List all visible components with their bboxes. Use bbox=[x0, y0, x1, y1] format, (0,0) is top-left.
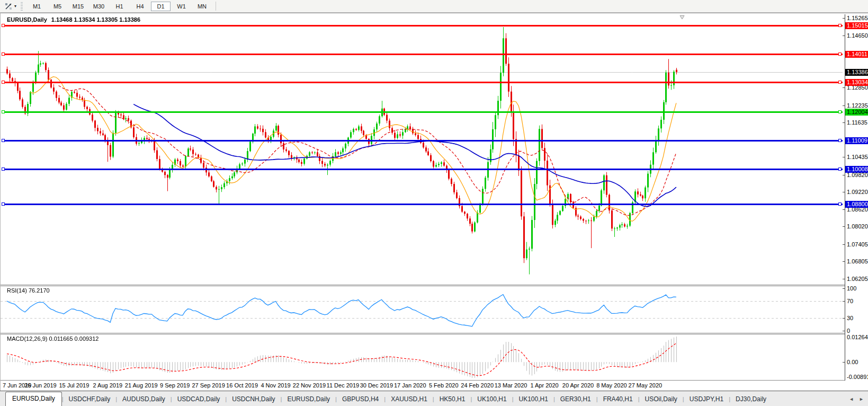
chart-symbol-period: EURUSD,Daily bbox=[7, 16, 47, 23]
price-line-badge: 1.10008 bbox=[845, 166, 868, 173]
rsi-axis-tick: 70 bbox=[847, 298, 853, 305]
chart-tab-usdchf-daily-1[interactable]: USDCHF,Daily bbox=[64, 393, 116, 405]
timeframe-button-mn[interactable]: MN bbox=[192, 2, 212, 11]
time-axis-label: 21 Aug 2019 bbox=[125, 382, 158, 389]
rsi-indicator-label: RSI(14) 76.2170 bbox=[7, 287, 50, 294]
time-axis-label: 2 Aug 2019 bbox=[93, 382, 122, 389]
time-axis-label: 4 Nov 2019 bbox=[261, 382, 290, 389]
time-axis-label: 30 Dec 2019 bbox=[360, 382, 393, 389]
time-axis-label: 27 Sep 2019 bbox=[192, 382, 225, 389]
price-axis-tick: 1.14650 bbox=[847, 32, 868, 39]
time-axis-label: 17 Jan 2020 bbox=[394, 382, 426, 389]
timeframe-buttons: M1M5M15M30H1H4D1W1MN bbox=[26, 0, 212, 13]
time-axis-label: 1 Apr 2020 bbox=[530, 382, 558, 389]
timeframe-button-m15[interactable]: M15 bbox=[68, 2, 88, 11]
time-axis-label: 9 Sep 2019 bbox=[160, 382, 190, 389]
price-axis-tick: 1.08020 bbox=[847, 223, 868, 230]
chart-tab-usdcnh-daily-4[interactable]: USDCNH,Daily bbox=[227, 393, 280, 405]
time-axis-label: 5 Feb 2020 bbox=[429, 382, 459, 389]
time-axis-label: 11 Dec 2019 bbox=[327, 382, 360, 389]
price-axis-tick: 1.15265 bbox=[847, 15, 868, 22]
price-axis-tick: 1.07405 bbox=[847, 241, 868, 248]
tabs-scroll-left-icon[interactable]: ◄ bbox=[849, 396, 854, 402]
price-line-badge: 1.13034 bbox=[845, 79, 868, 86]
tab-scroll-controls: ◄ ► bbox=[849, 391, 864, 406]
price-line-badge: 1.11009 bbox=[845, 137, 868, 144]
price-line-badge: 1.15015 bbox=[845, 22, 868, 29]
price-axis-tick: 1.06205 bbox=[847, 276, 868, 283]
time-axis-label: 16 Oct 2019 bbox=[226, 382, 258, 389]
macd-axis-tick-max: 0.012645 bbox=[847, 334, 868, 341]
draw-tool-button[interactable]: ▾ bbox=[2, 2, 19, 11]
chart-tab-fra40-h1-12[interactable]: FRA40,H1 bbox=[598, 393, 638, 405]
chart-tab-hk50-h1-8[interactable]: HK50,H1 bbox=[434, 393, 471, 405]
price-axis-tick: 1.06805 bbox=[847, 258, 868, 265]
rsi-axis-tick: 100 bbox=[847, 285, 856, 292]
chart-tab-eurusd-daily-5[interactable]: EURUSD,Daily bbox=[282, 393, 335, 405]
timeframe-button-d1[interactable]: D1 bbox=[151, 2, 171, 11]
price-line-badge: 1.08800 bbox=[845, 201, 868, 208]
macd-indicator-label: MACD(12,26,9) 0.011665 0.009312 bbox=[7, 336, 99, 342]
timeframe-button-m1[interactable]: M1 bbox=[27, 2, 47, 11]
price-axis-tick: 1.11635 bbox=[847, 119, 867, 126]
chart-tab-usoil-daily-13[interactable]: USOil,Daily bbox=[640, 393, 683, 405]
price-axis-tick: 1.10435 bbox=[847, 154, 868, 161]
dropdown-caret-icon[interactable]: ▾ bbox=[14, 4, 16, 9]
draw-tool-icon bbox=[4, 2, 13, 11]
price-axis-tick: 1.09220 bbox=[847, 189, 868, 196]
mt4-chart-window: ▾ M1M5M15M30H1H4D1W1MN EURUSD,Daily1.134… bbox=[0, 0, 868, 406]
time-axis-label: 24 Feb 2020 bbox=[461, 382, 494, 389]
timeframe-button-m30[interactable]: M30 bbox=[89, 2, 109, 11]
macd-axis-tick-min: -0.00891 bbox=[847, 374, 868, 381]
chart-tab-usdcad-daily-3[interactable]: USDCAD,Daily bbox=[172, 393, 226, 405]
time-axis-label: 13 Mar 2020 bbox=[495, 382, 527, 389]
price-line-badge: 1.14011 bbox=[845, 51, 868, 58]
chart-tab-usdjpy-h1-14[interactable]: USDJPY,H1 bbox=[684, 393, 729, 405]
chart-tab-uk100-h1-9[interactable]: UK100,H1 bbox=[472, 393, 512, 405]
timeframe-button-h4[interactable]: H4 bbox=[130, 2, 150, 11]
current-price-badge: 1.13386 bbox=[845, 69, 868, 76]
chart-tab-uk100-h1-10[interactable]: UK100,H1 bbox=[514, 393, 553, 405]
chart-tab-eurusd-daily-0[interactable]: EURUSD,Daily bbox=[5, 392, 62, 406]
price-chart-canvas[interactable] bbox=[1, 14, 846, 381]
chart-tab-gbpusd-h4-6[interactable]: GBPUSD,H4 bbox=[337, 393, 384, 405]
chart-tab-dj30-daily-15[interactable]: DJ30,Daily bbox=[730, 393, 772, 405]
time-axis-label: 15 Jul 2019 bbox=[59, 382, 89, 389]
time-axis-label: 27 May 2020 bbox=[629, 382, 663, 389]
chart-title: EURUSD,Daily1.13468 1.13534 1.13305 1.13… bbox=[7, 16, 140, 23]
tabs-scroll-right-icon[interactable]: ► bbox=[859, 396, 864, 402]
timeframe-button-h1[interactable]: H1 bbox=[110, 2, 129, 11]
price-axis[interactable]: 1.152651.146501.128501.122351.116351.104… bbox=[845, 14, 868, 381]
chart-tabs: EURUSD,Daily|USDCHF,Daily|AUDUSD,Daily|U… bbox=[0, 391, 772, 406]
price-line-badge: 1.12004 bbox=[845, 109, 868, 116]
chart-tab-ger30-h1-11[interactable]: GER30,H1 bbox=[555, 393, 596, 405]
time-axis-label: 26 Jun 2019 bbox=[24, 382, 57, 389]
chart-tab-xauusd-h1-7[interactable]: XAUUSD,H1 bbox=[386, 393, 433, 405]
macd-axis-tick-zero: 0.00 bbox=[847, 359, 858, 366]
toolbar: ▾ M1M5M15M30H1H4D1W1MN bbox=[0, 0, 868, 13]
time-axis-label: 20 Apr 2020 bbox=[562, 382, 594, 389]
time-axis-label: 22 Nov 2019 bbox=[293, 382, 326, 389]
time-axis-label: 8 May 2020 bbox=[596, 382, 627, 389]
timeframe-button-w1[interactable]: W1 bbox=[172, 2, 191, 11]
time-axis[interactable]: 7 Jun 201926 Jun 201915 Jul 20192 Aug 20… bbox=[1, 381, 846, 391]
toolbar-divider bbox=[216, 2, 216, 11]
toolbar-grip[interactable] bbox=[21, 2, 23, 11]
chart-tab-bar: EURUSD,Daily|USDCHF,Daily|AUDUSD,Daily|U… bbox=[0, 391, 868, 406]
chart-ohlc-values: 1.13468 1.13534 1.13305 1.13386 bbox=[51, 16, 140, 23]
rsi-axis-tick: 30 bbox=[847, 315, 853, 322]
chart-window: EURUSD,Daily1.13468 1.13534 1.13305 1.13… bbox=[0, 13, 868, 391]
chart-tab-audusd-daily-2[interactable]: AUDUSD,Daily bbox=[117, 393, 171, 405]
timeframe-button-m5[interactable]: M5 bbox=[48, 2, 67, 11]
